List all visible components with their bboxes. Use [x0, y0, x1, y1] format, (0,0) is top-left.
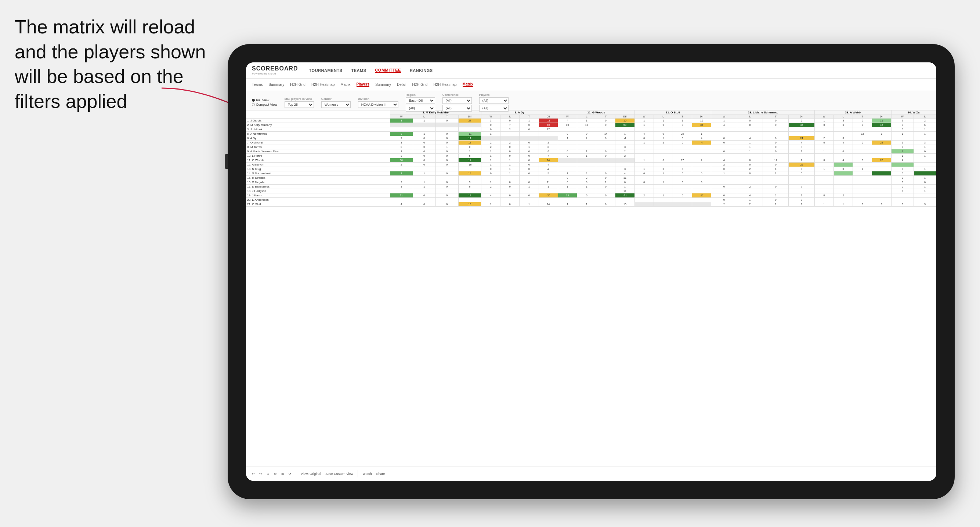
nav-rankings[interactable]: RANKINGS [410, 68, 433, 73]
player-name: 20. E Andersson [247, 198, 390, 202]
table-row: 13. N Klug 0 1 0 -2 3 [247, 167, 936, 171]
logo-text: SCOREBOARD [252, 65, 298, 72]
col-player-6: 38. A Webb [815, 111, 891, 115]
col-player-4: 21. O Stoll [635, 111, 711, 115]
col-player-7: 60. W Za [891, 111, 936, 115]
nav-tournaments[interactable]: TOURNAMENTS [309, 68, 342, 73]
subnav-matrix1[interactable]: Matrix [340, 83, 350, 87]
gender-select[interactable]: Women's [321, 101, 351, 108]
sub-t5: T [763, 115, 789, 119]
player-name: 16. X Mcgaha [247, 180, 390, 184]
matrix-area[interactable]: 2. M Kelly Mulcahy 6. A Dy 11. G Woods 2… [246, 110, 936, 481]
grid-btn[interactable]: ⊞ [281, 472, 284, 476]
division-filter: Division NCAA Division II [358, 97, 398, 108]
undo-btn[interactable]: ↩ [252, 472, 255, 476]
sub-t4: T [673, 115, 692, 119]
player-name: 7. O Mitchell [247, 141, 390, 145]
conference-select[interactable]: (All) [442, 97, 472, 104]
app-container: SCOREBOARD Powered by clippd TOURNAMENTS… [246, 62, 936, 481]
table-row: 15. H Stranda 0 2 0 11 [247, 176, 936, 180]
sub-dif2: Dif [539, 115, 558, 119]
players-sub-select[interactable]: (All) [479, 105, 509, 111]
subnav-teams[interactable]: Teams [252, 83, 262, 87]
player-name: 15. H Stranda [247, 176, 390, 180]
subnav-h2h-heatmap2[interactable]: H2H Heatmap [433, 83, 457, 87]
zoom-btn[interactable]: ⊕ [274, 472, 277, 476]
save-custom-view-btn[interactable]: Save Custom View [325, 472, 353, 476]
table-row: 14. S Srichantamit 3 1 0 14 0 1 0 5 1 2 … [247, 171, 936, 176]
table-row: 18. J Hodgson 11 [247, 189, 936, 194]
player-col-header [247, 111, 390, 119]
nav-teams[interactable]: TEAMS [351, 68, 366, 73]
division-select[interactable]: NCAA Division II [358, 101, 398, 108]
table-row: 10. L Perini 3 0 0 6 1 0 0 7 0 1 0 [247, 154, 936, 158]
player-name: 18. J Hodgson [247, 189, 390, 194]
table-row: 2. M Kelly Mulcahy 0 7 0 40 10 10 0 [247, 123, 936, 127]
players-select[interactable]: (All) [479, 97, 509, 104]
table-row: 6. A Dy 7 0 0 11 1 2 0 -4 [247, 136, 936, 141]
sub-dif3: Dif [616, 115, 635, 119]
subnav-detail[interactable]: Detail [397, 83, 406, 87]
redo-btn[interactable]: ↪ [259, 472, 262, 476]
table-row: 12. A Bianchi 2 0 0 -16 1 1 0 4 [247, 163, 936, 167]
sub-w6: W [815, 115, 834, 119]
table-row: 11. G Woods 10 0 0 14 1 1 0 14 [247, 158, 936, 163]
sub-t2: T [520, 115, 539, 119]
refresh-btn[interactable]: ⊙ [267, 472, 269, 476]
table-row: 20. E Andersson [247, 198, 936, 202]
sub-l5: L [737, 115, 763, 119]
player-name: 21. O Stoll [247, 202, 390, 206]
compact-view-radio[interactable]: Compact View [252, 103, 277, 106]
player-name: 12. A Bianchi [247, 163, 390, 167]
watch-btn[interactable]: Watch [363, 472, 372, 476]
col-player-5: 23. L Marie Schumac. [711, 111, 815, 115]
subnav-h2h-heatmap1[interactable]: H2H Heatmap [311, 83, 334, 87]
sub-l6: L [834, 115, 853, 119]
subnav-h2h-grid2[interactable]: H2H Grid [412, 83, 428, 87]
player-name: 1. J Garcia [247, 119, 390, 123]
bottom-toolbar: ↩ ↪ ⊙ ⊕ ⊞ ⟳ View: Original Save Custom V… [246, 466, 936, 481]
sub-dif6: Dif [872, 115, 891, 119]
sub-l1: L [413, 115, 436, 119]
full-view-radio[interactable]: Full View [252, 98, 277, 102]
table-row: 19. J Karrh 31 0 0 19 4 0 0 -20 13 0 0 [247, 194, 936, 198]
subnav-summary1[interactable]: Summary [269, 83, 284, 87]
player-name: 2. M Kelly Mulcahy [247, 123, 390, 127]
top-nav: SCOREBOARD Powered by clippd TOURNAMENTS… [246, 62, 936, 79]
subnav-matrix2[interactable]: Matrix [463, 82, 473, 87]
share-btn[interactable]: Share [376, 472, 385, 476]
player-name: 3. S Jelinek [247, 127, 390, 132]
sub-dif5: Dif [789, 115, 815, 119]
view-original-btn[interactable]: View: Original [301, 472, 321, 476]
sub-t6: T [853, 115, 872, 119]
table-row: 21. O Stoll 4 0 0 19 1 0 1 14 1 1 0 [247, 202, 936, 206]
table-row: 1. J Garcia 3 1 0 27 3 0 1 -11 4 1 0 [247, 119, 936, 123]
table-row: 16. X Mcgaha 2 1 0 3 1 0 0 11 0 0 1 [247, 180, 936, 184]
sub-t3: T [596, 115, 616, 119]
region-select[interactable]: East - DII [406, 97, 435, 104]
player-name: 6. A Dy [247, 136, 390, 141]
sub-w4: W [635, 115, 654, 119]
max-players-select[interactable]: Top 25 [285, 101, 314, 108]
col-player-3: 11. G Woods [558, 111, 635, 115]
table-row: 3. S Jelinek 0 2 0 17 [247, 127, 936, 132]
player-name: 9. A Maria Jimenez Rios [247, 149, 390, 154]
player-name: 5. A Nomrowski [247, 132, 390, 136]
nav-committee[interactable]: COMMITTEE [375, 68, 401, 73]
player-name: 10. L Perini [247, 154, 390, 158]
subnav-summary2[interactable]: Summary [375, 83, 391, 87]
logo-sub: Powered by clippd [252, 72, 298, 75]
sub-dif1: Dif [458, 115, 481, 119]
gender-filter: Gender Women's [321, 97, 351, 108]
player-name: 14. S Srichantamit [247, 171, 390, 176]
sub-w2: W [481, 115, 500, 119]
view-options: Full View Compact View [252, 98, 277, 106]
subnav-players[interactable]: Players [356, 82, 370, 87]
subnav-h2h-grid1[interactable]: H2H Grid [290, 83, 305, 87]
table-row: 7. O Mitchell 3 0 0 18 2 2 0 2 [247, 141, 936, 145]
player-name: 17. D Ballesteros [247, 184, 390, 189]
table-row: 5. A Nomrowski 3 1 0 -11 1 0 0 14 [247, 132, 936, 136]
toolbar-divider-1 [296, 470, 296, 478]
reset-btn[interactable]: ⟳ [289, 472, 291, 476]
sub-l2: L [501, 115, 520, 119]
